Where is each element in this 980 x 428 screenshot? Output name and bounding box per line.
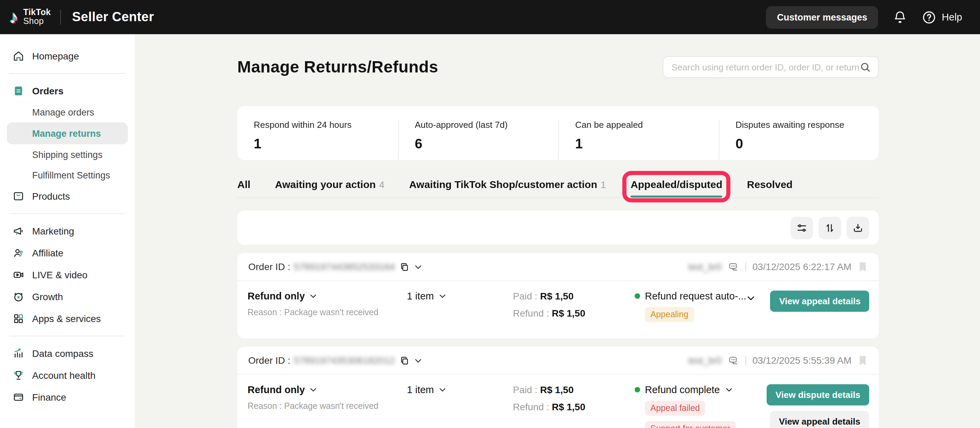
bookmark-icon[interactable] <box>858 355 868 366</box>
sidebar-item-apps-services[interactable]: Apps & services <box>7 308 128 329</box>
order-id-label: Order ID : <box>248 261 290 272</box>
apps-services-icon <box>12 312 25 325</box>
filter-icon[interactable] <box>791 216 813 239</box>
notifications-bell-icon[interactable] <box>893 10 907 24</box>
header-divider <box>60 10 61 25</box>
refund-label: Refund : <box>513 401 549 412</box>
search-icon[interactable] <box>860 61 871 73</box>
buyer-username-blurred[interactable]: test_br0 <box>688 355 722 366</box>
return-type-cell: Refund only Reason : Package wasn't rece… <box>248 291 407 328</box>
stat-value: 6 <box>415 136 558 152</box>
search-box[interactable] <box>663 56 879 78</box>
order-header: Order ID : 5789197443852533164 test_br0 … <box>237 253 879 281</box>
copy-icon[interactable] <box>400 261 410 272</box>
sidebar-item-orders[interactable]: Orders <box>7 80 128 102</box>
divider <box>745 262 746 271</box>
status-cell: Refund complete Appeal failed Support fo… <box>635 384 746 428</box>
return-type-cell: Refund only Reason : Package wasn't rece… <box>248 384 407 428</box>
return-reason: Reason : Package wasn't received <box>248 308 407 317</box>
account-health-icon <box>12 369 25 382</box>
search-input[interactable] <box>671 62 860 72</box>
sidebar-item-finance[interactable]: Finance <box>7 386 128 408</box>
buyer-username-blurred[interactable]: test_br0 <box>688 261 722 272</box>
stat-can-be-appealed: Can be appealed 1 <box>558 119 718 160</box>
view-appeal-details-button[interactable]: View appeal details <box>770 411 869 428</box>
chat-icon[interactable] <box>728 355 739 366</box>
items-dropdown[interactable]: 1 item <box>407 384 513 395</box>
sidebar-item-affiliate[interactable]: Affiliate <box>7 242 128 264</box>
status-dot <box>635 387 640 393</box>
sidebar-item-fulfillment-settings[interactable]: Fulfillment Settings <box>7 165 128 185</box>
stat-disputes-awaiting: Disputes awaiting response 0 <box>718 119 879 160</box>
status-chevron-icon[interactable] <box>725 386 733 394</box>
status-badge-support-for-customer: Support for customer <box>645 421 735 428</box>
tab-count: 4 <box>379 179 385 190</box>
divider <box>745 356 746 365</box>
status-text: Refund complete <box>645 384 720 395</box>
finance-icon <box>12 391 25 403</box>
sort-icon[interactable] <box>819 216 841 239</box>
tab-all[interactable]: All <box>237 178 250 197</box>
order-date: 03/12/2025 6:22:17 AM <box>752 261 851 272</box>
sidebar-item-manage-orders[interactable]: Manage orders <box>7 102 128 123</box>
sidebar-divider <box>10 336 125 336</box>
status-badge-appeal-failed: Appeal failed <box>645 401 705 416</box>
sidebar-item-growth[interactable]: Growth <box>7 286 128 308</box>
refund-value: R$ 1,50 <box>552 401 585 412</box>
stat-value: 0 <box>735 136 879 152</box>
affiliate-icon <box>12 247 25 259</box>
return-type-dropdown[interactable]: Refund only <box>248 291 407 302</box>
product-thumbnail-blurred[interactable] <box>407 308 427 328</box>
chat-icon[interactable] <box>728 261 739 272</box>
paid-value: R$ 1,50 <box>540 291 573 302</box>
top-header: ♪ TikTok Shop Seller Center Customer mes… <box>0 0 980 34</box>
home-icon <box>12 50 25 62</box>
chevron-down-icon[interactable] <box>414 356 423 365</box>
view-appeal-details-button[interactable]: View appeal details <box>770 291 870 312</box>
expand-status-chevron-icon[interactable] <box>746 293 756 303</box>
help-label: Help <box>942 12 962 22</box>
paid-label: Paid : <box>513 384 538 395</box>
tiktok-shop-logo[interactable]: ♪ TikTok Shop <box>0 8 51 26</box>
sidebar-item-live-video[interactable]: LIVE & video <box>7 264 128 286</box>
chevron-down-icon <box>438 292 446 300</box>
sidebar-item-products[interactable]: Products <box>7 185 128 207</box>
stat-respond-24h: Respond within 24 hours 1 <box>237 119 398 160</box>
stat-value: 1 <box>254 136 398 152</box>
app-title: Seller Center <box>72 10 154 25</box>
order-id-label: Order ID : <box>248 355 290 366</box>
view-dispute-details-button[interactable]: View dispute details <box>767 384 869 406</box>
sidebar-item-marketing[interactable]: Marketing <box>7 220 128 242</box>
tab-awaiting-tiktok-customer-action[interactable]: Awaiting TikTok Shop/customer action1 <box>409 178 606 197</box>
copy-icon[interactable] <box>400 355 410 366</box>
active-tab-underline <box>630 195 722 197</box>
main-content: Manage Returns/Refunds Respond within 24… <box>237 34 879 428</box>
product-thumbnail-blurred[interactable] <box>407 401 427 421</box>
customer-messages-button[interactable]: Customer messages <box>766 6 878 29</box>
help-menu[interactable]: Help <box>922 10 962 24</box>
sidebar-divider <box>10 73 125 74</box>
help-icon <box>922 10 936 24</box>
download-icon[interactable] <box>846 216 869 239</box>
chevron-down-icon <box>309 386 317 394</box>
sidebar-item-account-health[interactable]: Account health <box>7 364 128 386</box>
growth-icon <box>12 291 25 303</box>
list-toolbar <box>237 211 879 245</box>
return-reason: Reason : Package wasn't received <box>248 401 407 411</box>
bookmark-icon[interactable] <box>858 261 868 272</box>
order-date: 03/12/2025 5:55:39 AM <box>752 355 851 366</box>
sidebar-item-shipping-settings[interactable]: Shipping settings <box>7 144 128 165</box>
order-card: Order ID : 5789197435306182012 test_br0 … <box>237 347 879 428</box>
items-cell: 1 item <box>407 384 513 428</box>
sidebar-item-manage-returns[interactable]: Manage returns <box>7 123 128 144</box>
tab-appealed-disputed[interactable]: Appealed/disputed <box>630 178 722 197</box>
return-type-dropdown[interactable]: Refund only <box>248 384 407 395</box>
tab-awaiting-your-action[interactable]: Awaiting your action4 <box>275 178 384 197</box>
stat-auto-approved: Auto-approved (last 7d) 6 <box>398 119 558 160</box>
sidebar-item-homepage[interactable]: Homepage <box>7 45 128 67</box>
brand-name: TikTok Shop <box>23 8 51 26</box>
items-dropdown[interactable]: 1 item <box>407 291 513 302</box>
sidebar-item-data-compass[interactable]: Data compass <box>7 342 128 364</box>
chevron-down-icon[interactable] <box>414 262 423 271</box>
tab-resolved[interactable]: Resolved <box>747 178 792 197</box>
